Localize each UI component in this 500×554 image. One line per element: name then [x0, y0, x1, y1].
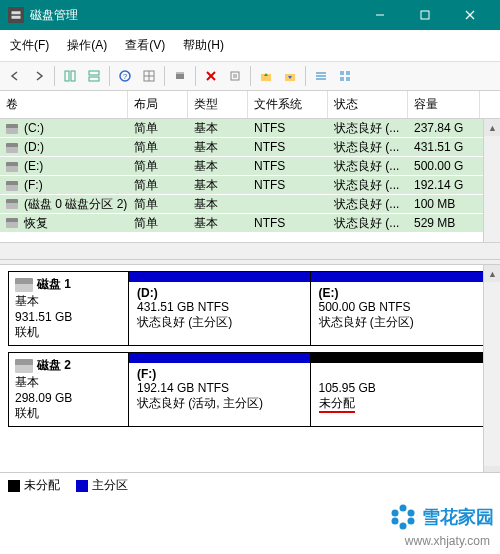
svg-rect-24 — [316, 72, 326, 74]
col-capacity[interactable]: 容量 — [408, 91, 480, 118]
title-bar: 磁盘管理 — [0, 0, 500, 30]
table-row[interactable]: (磁盘 0 磁盘分区 2)简单基本状态良好 (...100 MB — [0, 195, 500, 214]
table-row[interactable]: 恢复简单基本NTFS状态良好 (...529 MB — [0, 214, 500, 233]
svg-point-32 — [408, 510, 415, 517]
svg-point-35 — [392, 518, 399, 525]
svg-rect-27 — [340, 71, 344, 75]
partition[interactable]: (E:)500.00 GB NTFS状态良好 (主分区) — [311, 272, 492, 345]
menu-file[interactable]: 文件(F) — [2, 34, 57, 57]
menu-view[interactable]: 查看(V) — [117, 34, 173, 57]
svg-rect-29 — [340, 77, 344, 81]
view1-button[interactable] — [59, 65, 81, 87]
legend-primary: 主分区 — [76, 477, 128, 494]
vertical-scrollbar-lower[interactable]: ▲▼ — [483, 265, 500, 483]
menu-action[interactable]: 操作(A) — [59, 34, 115, 57]
settings-button[interactable] — [169, 65, 191, 87]
forward-button[interactable] — [28, 65, 50, 87]
disk-map: 磁盘 1基本931.51 GB联机(D:)431.51 GB NTFS状态良好 … — [0, 265, 500, 483]
watermark-text: 雪花家园 — [422, 505, 494, 529]
disk-icon — [15, 278, 33, 292]
horizontal-scrollbar[interactable] — [0, 242, 500, 259]
drive-icon — [6, 124, 18, 134]
svg-point-37 — [401, 515, 406, 520]
refresh-button[interactable] — [138, 65, 160, 87]
svg-point-33 — [408, 518, 415, 525]
col-volume[interactable]: 卷 — [0, 91, 128, 118]
properties-button[interactable] — [224, 65, 246, 87]
partition[interactable]: (F:)192.14 GB NTFS状态良好 (活动, 主分区) — [129, 353, 311, 426]
svg-rect-1 — [12, 16, 21, 19]
view2-button[interactable] — [83, 65, 105, 87]
minimize-button[interactable] — [357, 0, 402, 30]
table-header: 卷 布局 类型 文件系统 状态 容量 — [0, 91, 500, 119]
table-row[interactable]: (F:)简单基本NTFS状态良好 (...192.14 G — [0, 176, 500, 195]
svg-rect-7 — [71, 71, 75, 81]
svg-rect-0 — [12, 11, 21, 14]
table-row[interactable]: (D:)简单基本NTFS状态良好 (...431.51 G — [0, 138, 500, 157]
disk-row: 磁盘 1基本931.51 GB联机(D:)431.51 GB NTFS状态良好 … — [8, 271, 492, 346]
table-row[interactable]: (C:)简单基本NTFS状态良好 (...237.84 G — [0, 119, 500, 138]
close-button[interactable] — [447, 0, 492, 30]
watermark: 雪花家园 — [388, 502, 494, 532]
table-row[interactable]: (E:)简单基本NTFS状态良好 (...500.00 G — [0, 157, 500, 176]
svg-point-31 — [400, 505, 407, 512]
drive-icon — [6, 181, 18, 191]
snowflake-icon — [388, 502, 418, 532]
window-title: 磁盘管理 — [30, 7, 357, 24]
back-button[interactable] — [4, 65, 26, 87]
svg-point-36 — [392, 510, 399, 517]
menu-bar: 文件(F) 操作(A) 查看(V) 帮助(H) — [0, 30, 500, 62]
svg-rect-30 — [346, 77, 350, 81]
svg-rect-26 — [316, 78, 326, 80]
partition[interactable]: (D:)431.51 GB NTFS状态良好 (主分区) — [129, 272, 311, 345]
delete-button[interactable] — [200, 65, 222, 87]
list-button[interactable] — [310, 65, 332, 87]
svg-rect-6 — [65, 71, 69, 81]
col-filesystem[interactable]: 文件系统 — [248, 91, 328, 118]
vertical-scrollbar[interactable]: ▲▼ — [483, 119, 500, 259]
toolbar: ? — [0, 62, 500, 91]
app-icon — [8, 7, 24, 23]
maximize-button[interactable] — [402, 0, 447, 30]
col-layout[interactable]: 布局 — [128, 91, 188, 118]
disk-row: 磁盘 2基本298.09 GB联机(F:)192.14 GB NTFS状态良好 … — [8, 352, 492, 427]
svg-text:?: ? — [123, 72, 128, 81]
grid-button[interactable] — [334, 65, 356, 87]
svg-rect-19 — [231, 72, 239, 80]
help-button[interactable]: ? — [114, 65, 136, 87]
svg-rect-8 — [89, 71, 99, 75]
drive-icon — [6, 199, 18, 209]
svg-rect-25 — [316, 75, 326, 77]
drive-icon — [6, 162, 18, 172]
legend: 未分配 主分区 — [0, 472, 500, 498]
volume-list: (C:)简单基本NTFS状态良好 (...237.84 G(D:)简单基本NTF… — [0, 119, 500, 259]
col-type[interactable]: 类型 — [188, 91, 248, 118]
folder-up-button[interactable] — [255, 65, 277, 87]
folder-down-button[interactable] — [279, 65, 301, 87]
svg-rect-15 — [176, 74, 184, 79]
partition[interactable]: 105.95 GB未分配 — [311, 353, 492, 426]
drive-icon — [6, 218, 18, 228]
svg-rect-28 — [346, 71, 350, 75]
svg-rect-16 — [176, 72, 184, 74]
col-status[interactable]: 状态 — [328, 91, 408, 118]
svg-rect-3 — [421, 11, 429, 19]
svg-point-34 — [400, 523, 407, 530]
disk-info[interactable]: 磁盘 2基本298.09 GB联机 — [9, 353, 129, 426]
disk-info[interactable]: 磁盘 1基本931.51 GB联机 — [9, 272, 129, 345]
watermark-url: www.xhjaty.com — [405, 534, 490, 548]
svg-rect-9 — [89, 77, 99, 81]
drive-icon — [6, 143, 18, 153]
disk-icon — [15, 359, 33, 373]
menu-help[interactable]: 帮助(H) — [175, 34, 232, 57]
legend-unallocated: 未分配 — [8, 477, 60, 494]
